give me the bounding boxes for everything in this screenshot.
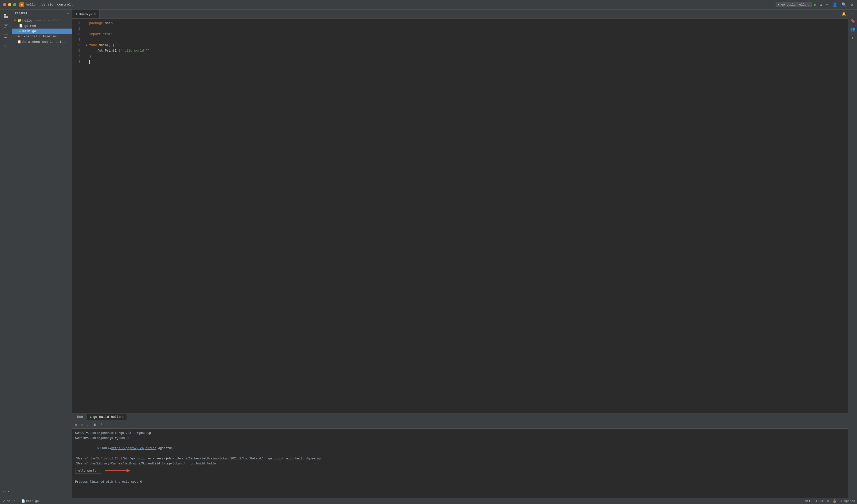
tab-go-icon: ●: [76, 13, 78, 16]
code-editor[interactable]: 1 package main 2 3 import "fmt": [72, 19, 848, 413]
status-branch[interactable]: ⎇ hello: [2, 499, 16, 503]
gutter-8: [84, 59, 89, 65]
code-line-7: 7 }: [72, 54, 848, 59]
file-tree: ▼ 📁 hello ~/Workspace/hello 📄 go.mod ● m…: [12, 17, 72, 498]
settings-icon[interactable]: ⚙: [850, 2, 854, 8]
output-run-cmd: /Users/john/Library/Caches/JetBrains/GoL…: [75, 461, 845, 466]
tab-close-icon[interactable]: ✕: [94, 12, 96, 16]
restore-layout-button[interactable]: ⤓: [85, 422, 90, 427]
svg-rect-10: [4, 37, 7, 38]
run-gutter-icon[interactable]: ▶: [86, 43, 88, 48]
code-line-3: 3 import "fmt": [72, 32, 848, 37]
account-icon[interactable]: 👤: [831, 2, 838, 8]
status-spaces[interactable]: 4 spaces: [840, 500, 855, 503]
more-options-icon[interactable]: ⋯: [825, 2, 830, 8]
tree-item-external-libraries[interactable]: › 🏛 External Libraries: [12, 34, 72, 39]
tab-bell-icon[interactable]: 🔔: [842, 12, 846, 16]
tree-item-gomod-label: go.mod: [24, 24, 36, 28]
run-tab-gobuild[interactable]: ▶ go build hello ✕: [87, 414, 127, 420]
goproxy-link[interactable]: https://goproxy.cn,direct: [111, 447, 156, 450]
gutter-3: [84, 32, 89, 37]
tab-maingo-label: main.go: [79, 12, 93, 16]
status-position[interactable]: 8:1: [805, 500, 810, 503]
folder-open-icon: ▼: [14, 19, 16, 22]
folder-scratches-icon: ›: [14, 40, 16, 44]
line-content-7: }: [89, 54, 848, 59]
tree-item-path: ~/Workspace/hello: [34, 19, 62, 22]
more-toolbar-icon[interactable]: ⋮: [99, 422, 104, 427]
svg-rect-0: [4, 14, 6, 16]
sidebar-item-project[interactable]: [1, 12, 11, 20]
minimize-button[interactable]: [8, 3, 11, 6]
run-config-chevron-icon: ⌄: [808, 3, 810, 6]
tab-maingo[interactable]: ● main.go ✕: [72, 10, 100, 18]
tree-item-gomod[interactable]: 📄 go.mod: [12, 23, 72, 29]
red-arrow-annotation: [103, 467, 133, 474]
titlebar: H hello | Version control ⌄ ▶ go build h…: [0, 0, 857, 10]
svg-rect-8: [4, 35, 8, 35]
rerun-button[interactable]: ↺: [74, 422, 78, 427]
status-lock-icon: 🔒: [833, 499, 837, 503]
tab-more-icon[interactable]: ⋯: [838, 12, 840, 16]
line-num-3: 3: [72, 32, 84, 37]
code-line-1: 1 package main: [72, 20, 848, 26]
titlebar-separator: |: [38, 3, 40, 6]
svg-rect-2: [4, 17, 8, 18]
line-content-1: package main: [89, 20, 848, 26]
activity-bar: ⊞ ···: [0, 10, 12, 498]
sidebar-item-vcs[interactable]: [1, 21, 11, 31]
gutter-5[interactable]: ▶: [84, 42, 89, 48]
status-separator: ›: [18, 500, 19, 503]
maximize-button[interactable]: [13, 3, 16, 6]
close-button[interactable]: [3, 3, 6, 6]
search-icon[interactable]: 🔍: [840, 2, 847, 8]
svg-point-5: [4, 27, 5, 28]
sidebar-item-structure[interactable]: [1, 32, 11, 40]
line-num-1: 1: [72, 20, 84, 26]
right-ai-icon[interactable]: ✦: [851, 34, 855, 41]
run-panel: Run ▶ go build hello ✕ ↺ ■ ⤓ 🗑 ⋮: [72, 413, 848, 498]
output-goroot: GOROOT=/Users/john/Softs/go1.23.1 #goset…: [75, 431, 845, 436]
sidebar-item-plugins[interactable]: ⊞: [1, 41, 11, 51]
run-tab-close-icon[interactable]: ✕: [122, 415, 123, 419]
run-config-selector[interactable]: ▶ go build hello ⌄: [776, 2, 812, 7]
tree-item-label: hello: [22, 19, 32, 22]
output-gopath: GOPATH=/Users/john/go #gosetup: [75, 436, 845, 441]
tree-item-maingo[interactable]: ● main.go: [12, 29, 72, 34]
tree-item-scratches[interactable]: › 📋 Scratches and Consoles: [12, 39, 72, 45]
line-num-6: 6: [72, 48, 84, 54]
version-control-label[interactable]: Version control: [41, 3, 71, 6]
tree-item-maingo-label: main.go: [22, 29, 36, 33]
output-process-finished: Process finished with the exit code 0: [75, 480, 845, 485]
tree-item-scratches-label: Scratches and Consoles: [22, 40, 65, 44]
line-num-2: 2: [72, 26, 84, 32]
line-num-4: 4: [72, 37, 84, 42]
status-file-name: main.go: [26, 500, 38, 503]
ext-lib-icon: 🏛: [17, 35, 20, 38]
project-panel: Project ⌄ ▼ 📁 hello ~/Workspace/hello 📄 …: [12, 10, 72, 498]
run-config-icon: ▶: [778, 3, 780, 6]
run-tab-run[interactable]: Run: [74, 414, 86, 420]
gutter-1: [84, 20, 89, 26]
run-config-label: go build hello: [781, 3, 806, 6]
svg-rect-9: [4, 36, 7, 36]
tree-item-hello-folder[interactable]: ▼ 📁 hello ~/Workspace/hello: [12, 18, 72, 23]
right-bookmark-icon[interactable]: 🔖: [849, 17, 856, 24]
sidebar-item-more[interactable]: ···: [1, 487, 11, 496]
project-panel-title: Project: [15, 12, 67, 15]
line-num-5: 5: [72, 42, 84, 48]
main-layout: ⊞ ··· Project ⌄ ▼ 📁 hello ~/Workspace/he…: [0, 10, 857, 498]
stop-button[interactable]: ■: [80, 422, 84, 427]
editor-area: ● main.go ✕ ⋯ 🔔 1 package main: [72, 10, 857, 498]
gutter-6: [84, 48, 89, 54]
run-button[interactable]: ▶: [814, 2, 817, 7]
svg-rect-1: [4, 16, 8, 17]
editor-tab-bar: ● main.go ✕ ⋯ 🔔: [72, 10, 848, 19]
clear-output-button[interactable]: 🗑: [92, 422, 98, 427]
debug-icon[interactable]: ⚙: [819, 2, 823, 8]
right-team-icon[interactable]: 👥: [849, 26, 856, 33]
output-hello: hello world !: [75, 467, 845, 474]
status-bar: ⎇ hello › 📄 main.go 8:1 LF UTF-8 🔒 4 spa…: [0, 498, 857, 504]
status-encoding[interactable]: LF UTF-8: [814, 500, 829, 503]
console-output: GOROOT=/Users/john/Softs/go1.23.1 #goset…: [72, 429, 848, 498]
